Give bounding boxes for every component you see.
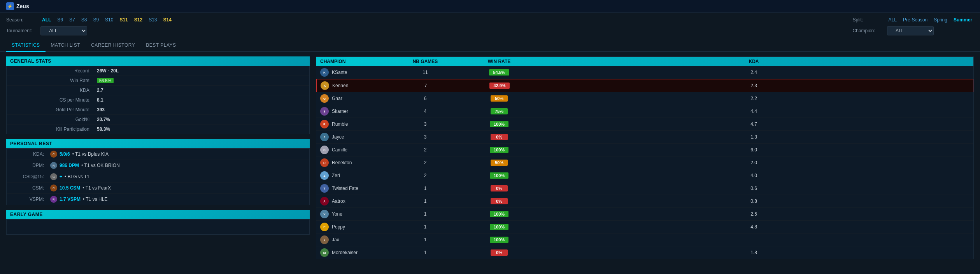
- gold-pct-label: Gold%:: [13, 117, 91, 122]
- pb-csm-champ-icon: C: [50, 184, 57, 191]
- champion-avatar: J: [320, 133, 329, 141]
- table-row[interactable]: S Skarner 4 75% 4.4: [316, 105, 973, 118]
- champion-cell: G Gnar: [320, 94, 390, 103]
- table-row[interactable]: K Kennen 7 42.9% 2.3: [316, 79, 973, 92]
- pb-dpm-value: 986 DPM: [60, 163, 79, 168]
- champion-cell: R Renekton: [320, 158, 390, 167]
- record-value: 26W - 20L: [97, 68, 119, 74]
- winrate-pill: 0%: [491, 249, 508, 256]
- winrate-cell: 54.5%: [460, 69, 538, 76]
- split-all[interactable]: ALL: [887, 17, 898, 23]
- record-label: Record:: [13, 68, 91, 74]
- season-s11[interactable]: S11: [118, 17, 129, 23]
- champion-name: Aatrox: [332, 198, 345, 204]
- champion-name: Jax: [332, 237, 339, 242]
- tabs-bar: STATISTICS MATCH LIST CAREER HISTORY BES…: [0, 39, 980, 52]
- kill-part-row: Kill Participation: 58.3%: [7, 125, 309, 134]
- winrate-cell: 100%: [460, 224, 538, 230]
- table-row[interactable]: K KSante 11 54.5% 2.4: [316, 66, 973, 79]
- general-stats-section: GENERAL STATS Record: 26W - 20L Win Rate…: [6, 56, 310, 134]
- cs-row: CS per Minute: 8.1: [7, 95, 309, 105]
- tournament-label: Tournament:: [6, 28, 37, 33]
- table-row[interactable]: R Renekton 2 50% 2.0: [316, 156, 973, 169]
- col-winrate-header: WIN RATE: [460, 59, 538, 64]
- champion-avatar: T: [320, 184, 329, 193]
- champion-name: Jayce: [332, 134, 344, 140]
- season-s7[interactable]: S7: [68, 17, 77, 23]
- tab-match-list[interactable]: MATCH LIST: [46, 39, 86, 52]
- season-s6[interactable]: S6: [56, 17, 65, 23]
- winrate-cell: 100%: [460, 211, 538, 217]
- champion-name: Skarner: [332, 109, 348, 114]
- col-games-header: NB GAMES: [390, 59, 460, 64]
- champion-name: Gnar: [332, 96, 342, 101]
- split-label: Split:: [853, 17, 884, 23]
- champion-avatar: C: [320, 146, 329, 154]
- games-cell: 1: [390, 211, 460, 217]
- season-s9[interactable]: S9: [91, 17, 100, 23]
- kill-part-value: 58.3%: [97, 126, 110, 132]
- split-spring[interactable]: Spring: [932, 17, 949, 23]
- champion-name: Poppy: [332, 224, 345, 230]
- early-game-box: [6, 219, 310, 235]
- champion-select[interactable]: – ALL –: [887, 26, 934, 35]
- games-cell: 1: [390, 186, 460, 191]
- winrate-cell: 100%: [460, 121, 538, 127]
- split-summer[interactable]: Summer: [952, 17, 974, 23]
- pb-csd-match: • BLG vs T1: [65, 174, 89, 179]
- app-title: ⚡ Zeus: [6, 2, 29, 10]
- champion-avatar: K: [321, 81, 329, 90]
- tab-career-history[interactable]: CAREER HISTORY: [86, 39, 140, 52]
- pb-csm-content: C 10.5 CSM • T1 vs FearX: [50, 184, 111, 191]
- pb-vspm-champ-icon: R: [50, 196, 57, 203]
- winrate-cell: 0%: [460, 249, 538, 256]
- season-s8[interactable]: S8: [80, 17, 89, 23]
- champion-name: Zeri: [332, 173, 340, 178]
- champion-cell: K Kennen: [321, 81, 391, 90]
- table-row[interactable]: M Mordekaiser 1 0% 1.8: [316, 246, 973, 259]
- cs-value: 8.1: [97, 97, 103, 103]
- table-row[interactable]: A Aatrox 1 0% 0.8: [316, 195, 973, 208]
- champion-filter-line: Champion: – ALL –: [853, 26, 974, 35]
- season-s14[interactable]: S14: [162, 17, 173, 23]
- champion-cell: J Jayce: [320, 133, 390, 141]
- kda-cell: 2.4: [538, 70, 969, 75]
- season-s12[interactable]: S12: [133, 17, 144, 23]
- pb-dpm-row: DPM: R 986 DPM • T1 vs OK BRION: [7, 160, 309, 171]
- champion-cell: P Poppy: [320, 223, 390, 231]
- games-cell: 3: [390, 121, 460, 127]
- general-stats-box: Record: 26W - 20L Win Rate: 56.5% KDA: 2…: [6, 66, 310, 134]
- personal-best-section: PERSONAL BEST KDA: C 5/0/6 • T1 vs Dplus…: [6, 139, 310, 205]
- pb-vspm-content: R 1.7 VSPM • T1 vs HLE: [50, 196, 107, 203]
- pb-csm-value: 10.5 CSM: [60, 185, 80, 191]
- table-row[interactable]: G Gnar 6 50% 2.2: [316, 92, 973, 105]
- winrate-pill: 54.5%: [489, 69, 509, 76]
- champion-rows: K KSante 11 54.5% 2.4 K Kennen 7 42.9% 2…: [316, 66, 973, 259]
- tab-statistics[interactable]: STATISTICS: [6, 39, 46, 52]
- pb-kda-match: • T1 vs Dplus KIA: [72, 151, 109, 157]
- season-all[interactable]: ALL: [40, 17, 53, 23]
- season-s13[interactable]: S13: [147, 17, 158, 23]
- table-row[interactable]: Y Yone 1 100% 2.5: [316, 208, 973, 221]
- table-row[interactable]: T Twisted Fate 1 0% 0.6: [316, 182, 973, 195]
- pb-csd-content: G + • BLG vs T1: [50, 173, 89, 180]
- tab-best-plays[interactable]: BEST PLAYS: [140, 39, 181, 52]
- table-row[interactable]: P Poppy 1 100% 4.8: [316, 221, 973, 234]
- winrate-cell: 0%: [460, 185, 538, 191]
- tournament-select[interactable]: – ALL –: [40, 26, 87, 35]
- tournament-filter-line: Tournament: – ALL –: [6, 26, 173, 35]
- early-game-header: EARLY GAME: [6, 210, 310, 219]
- season-s10[interactable]: S10: [103, 17, 115, 23]
- table-row[interactable]: R Rumble 3 100% 4.7: [316, 118, 973, 131]
- split-preseason[interactable]: Pre-Season: [901, 17, 929, 23]
- table-row[interactable]: Z Zeri 2 100% 4.0: [316, 169, 973, 182]
- table-row[interactable]: J Jayce 3 0% 1.3: [316, 131, 973, 144]
- pb-csm-label: CSM:: [13, 185, 44, 191]
- kda-cell: 2.5: [538, 211, 969, 217]
- games-cell: 1: [390, 237, 460, 242]
- pb-csd-champ-icon: G: [50, 173, 57, 180]
- table-row[interactable]: C Camille 2 100% 6.0: [316, 144, 973, 156]
- table-row[interactable]: J Jax 1 100% –: [316, 234, 973, 246]
- champion-avatar: A: [320, 197, 329, 206]
- winrate-bar: 56.5%: [97, 78, 114, 83]
